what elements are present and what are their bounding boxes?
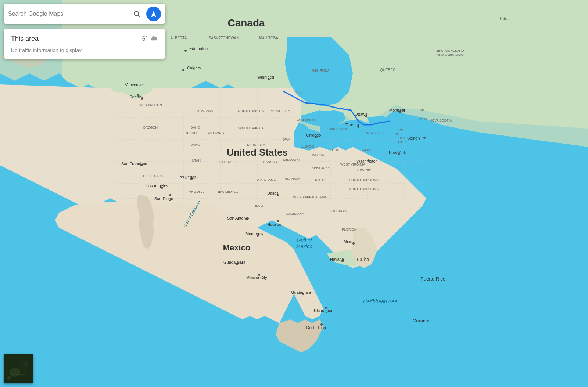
svg-text:OKLAHOMA: OKLAHOMA [257,178,276,182]
svg-text:VIRGINIA: VIRGINIA [356,168,371,171]
svg-text:MAINE: MAINE [419,117,429,121]
svg-text:Ottawa: Ottawa [355,112,368,116]
svg-text:Nicaragua: Nicaragua [314,308,333,313]
svg-text:Guatemala: Guatemala [291,290,311,294]
svg-text:Mexico: Mexico [223,243,251,252]
area-title: This area [11,35,39,43]
svg-text:NEBRASKA: NEBRASKA [247,143,265,147]
weather-section: 6° [142,35,158,43]
svg-text:IDAHO: IDAHO [190,143,200,147]
svg-text:CALIFORNIA: CALIFORNIA [143,174,163,178]
svg-text:MISSOURI: MISSOURI [283,158,300,162]
svg-text:Monterrey: Monterrey [245,231,264,236]
svg-text:MA: MA [400,136,405,140]
svg-point-92 [423,137,426,139]
svg-text:United States: United States [227,147,288,158]
svg-text:Puerto Rico: Puerto Rico [420,276,445,282]
svg-text:QUEBEC: QUEBEC [380,68,395,72]
svg-text:Guadalajara: Guadalajara [223,260,246,264]
svg-point-141 [7,376,11,380]
svg-text:Boston: Boston [407,136,420,140]
svg-text:OREGON: OREGON [143,126,158,129]
search-icon-button[interactable] [130,7,143,21]
svg-text:WISCONSIN: WISCONSIN [297,118,316,122]
svg-text:ARIZONA: ARIZONA [189,190,204,194]
svg-point-139 [19,365,28,372]
svg-text:NB: NB [420,108,424,112]
svg-text:Caribbean Sea: Caribbean Sea [363,299,398,304]
svg-text:VT: VT [398,129,403,132]
svg-text:Miami: Miami [344,239,354,244]
svg-text:Caracas: Caracas [413,318,431,323]
svg-text:IDAHO: IDAHO [190,126,200,129]
no-traffic-text: No traffic information to display [11,47,158,53]
svg-text:NOVA SCOTIA: NOVA SCOTIA [430,119,452,122]
svg-text:OHIO: OHIO [332,148,340,152]
svg-text:NEW MEXICO: NEW MEXICO [216,190,238,194]
svg-text:Cuba: Cuba [357,257,369,263]
svg-text:SOUTH DAKOTA: SOUTH DAKOTA [238,126,264,130]
svg-text:San Diego: San Diego [154,196,173,201]
svg-text:SASKATCHEWAN: SASKATCHEWAN [209,36,239,40]
svg-point-138 [9,368,20,377]
svg-text:Las Vegas: Las Vegas [178,175,197,179]
svg-text:NEWFOUNDLAND: NEWFOUNDLAND [435,49,464,53]
svg-text:GEORGIA: GEORGIA [331,209,347,213]
svg-text:ALBERTA: ALBERTA [171,36,187,40]
svg-text:Calgary: Calgary [187,66,201,70]
svg-text:San Antonio: San Antonio [227,216,249,220]
svg-point-135 [134,11,139,16]
svg-text:ILLINOIS: ILLINOIS [301,145,314,148]
svg-text:SOUTH CAROLINA: SOUTH CAROLINA [349,178,379,182]
svg-text:IOWA: IOWA [282,138,290,141]
svg-text:Mexico City: Mexico City [246,275,267,280]
search-input[interactable] [8,11,127,17]
svg-text:MINNESOTA: MINNESOTA [271,109,290,113]
svg-point-142 [23,361,28,366]
svg-text:ONTARIO: ONTARIO [312,68,329,72]
svg-text:Los Angeles: Los Angeles [146,184,168,188]
svg-line-136 [138,15,140,17]
svg-text:ALABAMA: ALABAMA [311,195,327,199]
svg-text:Toronto: Toronto [345,123,359,127]
svg-text:KANSAS: KANSAS [263,160,277,164]
svg-text:WASHINGTON: WASHINGTON [139,103,162,107]
svg-text:KENTUCKY: KENTUCKY [312,166,330,170]
svg-text:NH: NH [395,132,399,136]
svg-text:PENN: PENN [363,148,372,152]
svg-text:Houston: Houston [267,222,282,227]
svg-text:Washington: Washington [356,159,378,163]
svg-text:Havana: Havana [330,257,344,261]
svg-text:Winnipeg: Winnipeg [257,75,274,79]
svg-text:New York: New York [389,151,406,155]
svg-text:TEXAS: TEXAS [253,204,264,207]
svg-point-78 [182,69,184,71]
svg-text:LOUISIANA: LOUISIANA [286,212,304,216]
svg-text:UTAH: UTAH [192,159,201,162]
svg-text:Costa Rica: Costa Rica [306,325,326,330]
svg-rect-140 [11,374,26,375]
svg-text:Montreal: Montreal [389,108,405,112]
street-view-thumbnail[interactable] [4,354,33,383]
svg-text:IDAHO: IDAHO [186,131,197,135]
svg-text:Seattle: Seattle [129,95,142,99]
svg-text:TENNESSEE: TENNESSEE [311,178,331,182]
info-header: This area 6° [11,35,158,43]
search-bar [4,4,165,24]
directions-button[interactable] [146,7,161,21]
info-panel: This area 6° No traffic information to d… [4,29,165,59]
street-view-image [4,354,33,383]
svg-point-76 [184,50,187,52]
svg-text:Vancouver: Vancouver [125,83,144,87]
svg-text:AND LABRADOR: AND LABRADOR [437,53,463,57]
svg-text:Canada: Canada [227,17,265,29]
svg-text:ARKANSAS: ARKANSAS [282,177,300,181]
svg-text:COLORADO: COLORADO [217,160,236,164]
svg-text:INDIANA: INDIANA [312,153,326,157]
svg-text:MICHIGAN: MICHIGAN [330,127,347,131]
svg-text:Edmonton: Edmonton [189,46,208,51]
svg-text:WYOMING: WYOMING [208,131,224,135]
svg-text:Dallas: Dallas [267,191,279,195]
svg-text:Gulf of: Gulf of [297,238,312,243]
svg-text:San Francisco: San Francisco [121,162,147,166]
